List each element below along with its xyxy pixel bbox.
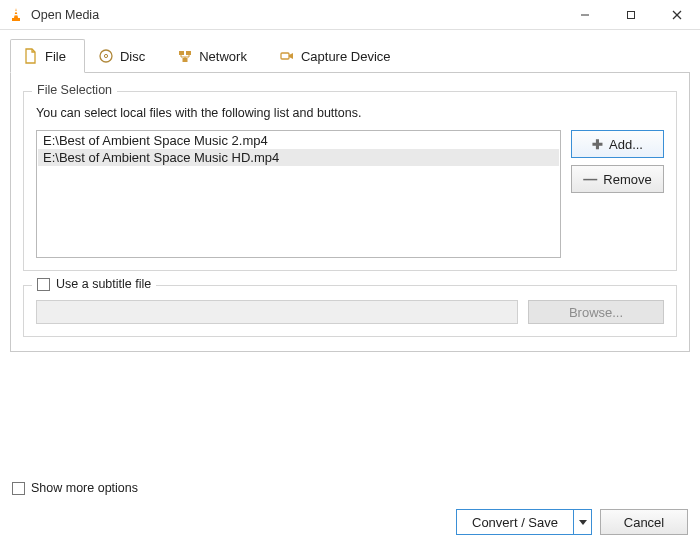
file-selection-title: File Selection	[32, 83, 117, 97]
tab-network-label: Network	[199, 49, 247, 64]
tab-file[interactable]: File	[10, 39, 85, 73]
plus-icon: ✚	[592, 137, 603, 152]
show-more-options-label: Show more options	[31, 481, 138, 495]
tab-disc-label: Disc	[120, 49, 145, 64]
list-item[interactable]: E:\Best of Ambient Space Music HD.mp4	[38, 149, 559, 166]
capture-icon	[279, 48, 295, 64]
svg-rect-9	[179, 51, 184, 55]
svg-point-8	[104, 54, 107, 57]
svg-rect-0	[12, 18, 20, 21]
tab-capture[interactable]: Capture Device	[266, 39, 410, 73]
tab-file-label: File	[45, 49, 66, 64]
tab-panel: File Selection You can select local file…	[10, 73, 690, 352]
svg-rect-12	[281, 53, 289, 59]
checkbox-icon[interactable]	[12, 482, 25, 495]
subtitle-toggle-label: Use a subtitle file	[56, 277, 151, 291]
network-icon	[177, 48, 193, 64]
svg-rect-10	[186, 51, 191, 55]
browse-button-label: Browse...	[569, 305, 623, 320]
convert-save-label: Convert / Save	[457, 510, 573, 534]
svg-rect-1	[15, 11, 18, 12]
tab-bar: File Disc Network Capture Device	[10, 38, 690, 73]
cancel-button-label: Cancel	[624, 515, 664, 530]
add-button-label: Add...	[609, 137, 643, 152]
tab-network[interactable]: Network	[164, 39, 266, 73]
file-selection-group: File Selection You can select local file…	[23, 91, 677, 271]
vlc-cone-icon	[8, 7, 24, 23]
svg-rect-2	[14, 14, 18, 15]
cancel-button[interactable]: Cancel	[600, 509, 688, 535]
subtitle-path-input	[36, 300, 518, 324]
file-selection-hint: You can select local files with the foll…	[36, 106, 664, 120]
tab-disc[interactable]: Disc	[85, 39, 164, 73]
list-item[interactable]: E:\Best of Ambient Space Music 2.mp4	[38, 132, 559, 149]
window-title: Open Media	[31, 8, 562, 22]
remove-button-label: Remove	[603, 172, 651, 187]
svg-point-7	[100, 50, 112, 62]
convert-save-button[interactable]: Convert / Save	[456, 509, 592, 535]
subtitle-group: Use a subtitle file Browse...	[23, 285, 677, 337]
title-bar: Open Media	[0, 0, 700, 30]
show-more-options[interactable]: Show more options	[12, 481, 688, 495]
maximize-button[interactable]	[608, 0, 654, 29]
checkbox-icon[interactable]	[37, 278, 50, 291]
minimize-button[interactable]	[562, 0, 608, 29]
dropdown-button[interactable]	[573, 510, 591, 534]
remove-button[interactable]: — Remove	[571, 165, 664, 193]
file-list[interactable]: E:\Best of Ambient Space Music 2.mp4 E:\…	[36, 130, 561, 258]
tab-capture-label: Capture Device	[301, 49, 391, 64]
subtitle-toggle[interactable]: Use a subtitle file	[32, 277, 156, 291]
disc-icon	[98, 48, 114, 64]
chevron-down-icon	[579, 520, 587, 525]
svg-rect-11	[183, 58, 188, 62]
minus-icon: —	[583, 171, 597, 187]
svg-rect-4	[628, 11, 635, 18]
browse-button: Browse...	[528, 300, 664, 324]
close-button[interactable]	[654, 0, 700, 29]
add-button[interactable]: ✚ Add...	[571, 130, 664, 158]
file-icon	[23, 48, 39, 64]
window-controls	[562, 0, 700, 29]
